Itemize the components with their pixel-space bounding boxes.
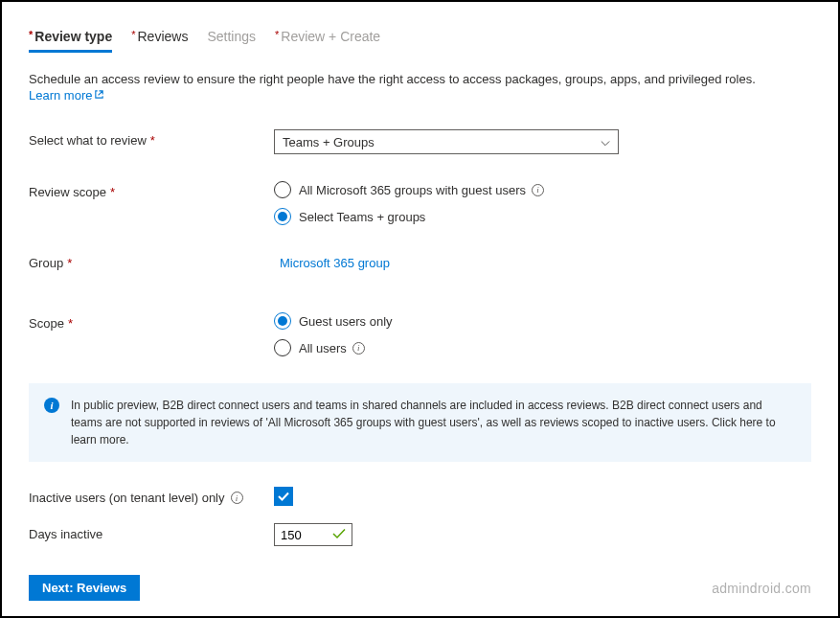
info-filled-icon: i bbox=[44, 398, 59, 413]
radio-guest-only[interactable]: Guest users only bbox=[274, 312, 811, 330]
radio-select-teams-label: Select Teams + groups bbox=[299, 210, 425, 224]
info-icon[interactable]: i bbox=[532, 184, 544, 196]
radio-select-teams[interactable]: Select Teams + groups bbox=[274, 208, 811, 225]
days-inactive-label: Days inactive bbox=[29, 523, 274, 541]
review-scope-label: Review scope* bbox=[29, 181, 274, 199]
radio-icon bbox=[274, 312, 291, 330]
radio-all-users-label: All users bbox=[299, 341, 347, 355]
scope-label: Scope* bbox=[29, 312, 274, 331]
select-what-label: Select what to review* bbox=[29, 129, 274, 148]
tab-reviews[interactable]: Reviews bbox=[131, 29, 188, 53]
learn-more-link[interactable]: Learn more bbox=[29, 88, 104, 103]
info-icon[interactable]: i bbox=[352, 342, 365, 355]
select-what-dropdown[interactable]: Teams + Groups bbox=[274, 129, 619, 154]
page-description: Schedule an access review to ensure the … bbox=[29, 72, 811, 86]
radio-guest-only-label: Guest users only bbox=[299, 314, 393, 329]
learn-more-text: Learn more bbox=[29, 88, 92, 103]
tab-bar: Review type Reviews Settings Review + Cr… bbox=[29, 29, 811, 53]
tab-review-create[interactable]: Review + Create bbox=[275, 29, 380, 53]
watermark: admindroid.com bbox=[712, 581, 811, 596]
checkmark-icon bbox=[332, 528, 346, 542]
days-inactive-input-wrap bbox=[274, 523, 352, 546]
radio-icon bbox=[274, 208, 291, 225]
info-icon[interactable]: i bbox=[231, 492, 243, 504]
next-reviews-button[interactable]: Next: Reviews bbox=[29, 575, 140, 601]
inactive-users-label: Inactive users (on tenant level) only i bbox=[29, 487, 274, 505]
group-value-link[interactable]: Microsoft 365 group bbox=[274, 252, 396, 274]
tab-review-type[interactable]: Review type bbox=[29, 29, 112, 53]
radio-icon bbox=[274, 181, 291, 198]
radio-all-groups-label: All Microsoft 365 groups with guest user… bbox=[299, 183, 526, 197]
inactive-users-checkbox[interactable] bbox=[274, 487, 293, 506]
radio-all-users[interactable]: All users i bbox=[274, 339, 811, 356]
select-what-value: Teams + Groups bbox=[283, 135, 375, 149]
radio-all-groups[interactable]: All Microsoft 365 groups with guest user… bbox=[274, 181, 811, 198]
external-link-icon bbox=[94, 89, 104, 102]
chevron-down-icon bbox=[601, 137, 610, 147]
days-inactive-input[interactable] bbox=[281, 528, 319, 542]
info-banner[interactable]: i In public preview, B2B direct connect … bbox=[29, 383, 811, 462]
radio-icon bbox=[274, 339, 291, 356]
tab-settings[interactable]: Settings bbox=[207, 29, 256, 53]
banner-text: In public preview, B2B direct connect us… bbox=[71, 397, 796, 448]
group-label: Group* bbox=[29, 252, 274, 270]
footer: Next: Reviews admindroid.com bbox=[29, 575, 811, 601]
